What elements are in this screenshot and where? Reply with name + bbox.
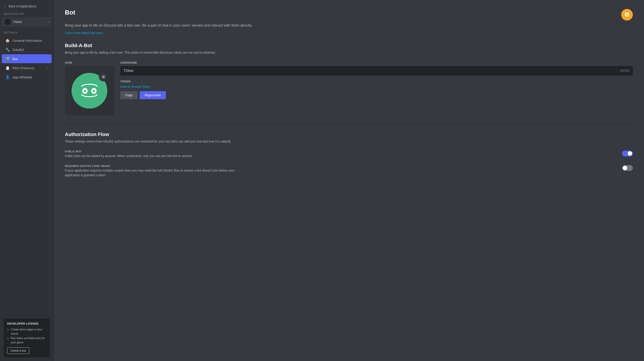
home-icon: 🏠 [5, 38, 10, 43]
page-subtitle: Bring your app to life on Discord with a… [65, 23, 266, 28]
build-a-bot-row: ICON ⊕ USERN [65, 61, 633, 115]
toggle-knob [623, 166, 627, 170]
oauth2-label: REQUIRES OAUTH2 CODE GRANT [65, 165, 248, 167]
sidebar-item-label: OAuth2 [12, 48, 24, 52]
list-icon: 📋 [5, 66, 10, 70]
public-bot-desc: Public bots can be added by anyone. When… [65, 154, 193, 158]
svg-point-1 [84, 90, 86, 92]
public-bot-label-block: PUBLIC BOT Public bots can be added by a… [65, 150, 193, 158]
selected-app-label: SELECTED APP [0, 12, 54, 17]
learn-more-link[interactable]: Learn more about bot users [65, 31, 103, 35]
settings-label: SETTINGS [0, 31, 54, 36]
toggle-knob [628, 151, 632, 156]
sidebar-item-label: App Whitelist [12, 75, 32, 79]
app-avatar [4, 19, 11, 25]
sidebar-item-label: Bot [12, 57, 18, 61]
back-to-applications-link[interactable]: ← Back to Applications [0, 4, 54, 12]
app-selector[interactable]: TGbot ▾ [2, 17, 52, 27]
icon-label: ICON [65, 61, 114, 64]
build-a-bot-desc: Bring your app to life by adding a bot u… [65, 50, 633, 55]
chevron-right-icon: › [47, 66, 48, 69]
wrench-icon: 🔧 [5, 47, 10, 52]
developer-license-title: DEVELOPER LICENSE [7, 322, 46, 325]
page-title: Bot [65, 9, 75, 16]
upload-icon-overlay[interactable]: ⊕ [99, 72, 108, 81]
public-bot-label: PUBLIC BOT [65, 150, 193, 153]
token-reveal-link[interactable]: Click to Reveal Token [120, 85, 633, 88]
main-content: Bot Bring your app to life on Discord wi… [54, 0, 644, 361]
authorization-flow-section: Authorization Flow These settings contro… [65, 132, 633, 178]
sidebar-item-rich-presence[interactable]: 📋 Rich Presence › [2, 63, 52, 72]
section-divider [65, 124, 633, 124]
oauth2-slider [622, 165, 633, 171]
bot-icon-upload[interactable]: ⊕ [65, 66, 114, 115]
svg-point-0 [76, 78, 102, 104]
token-buttons: Copy Regenerate [120, 91, 633, 99]
username-input[interactable] [120, 66, 616, 75]
chevron-down-icon: ▾ [48, 20, 49, 23]
oauth2-code-grant-row: REQUIRES OAUTH2 CODE GRANT If your appli… [65, 165, 633, 178]
sidebar-item-oauth2[interactable]: 🔧 OAuth2 [2, 45, 52, 54]
discord-brand-icon [621, 9, 633, 20]
sidebar-item-label: Rich Presence [12, 66, 34, 70]
upload-icon: ⊕ [102, 74, 105, 79]
app-name: TGbot [13, 20, 46, 24]
bot-face-svg [76, 77, 103, 104]
auth-flow-title: Authorization Flow [65, 132, 633, 137]
person-icon: 👤 [5, 75, 10, 79]
puzzle-icon: 🧩 [5, 56, 10, 61]
username-label: USERNAME [120, 61, 633, 64]
oauth2-label-block: REQUIRES OAUTH2 CODE GRANT If your appli… [65, 165, 248, 178]
svg-point-2 [93, 90, 95, 92]
copy-button[interactable]: Copy [120, 91, 138, 99]
settings-nav: 🏠 General Information 🔧 OAuth2 🧩 Bot 📋 R… [0, 36, 54, 82]
sidebar-item-general[interactable]: 🏠 General Information [2, 36, 52, 45]
back-link-label: Back to Applications [8, 4, 36, 8]
sidebar: ← Back to Applications SELECTED APP TGbo… [0, 0, 54, 361]
developer-license-card: DEVELOPER LICENSE Create store pages in … [4, 318, 50, 358]
username-token-panel: USERNAME #8092 TOKEN Click to Reveal Tok… [120, 61, 633, 99]
auth-flow-desc: These settings control how OAuth2 author… [65, 139, 633, 144]
list-item: Create store pages in your server [11, 328, 46, 336]
public-bot-row: PUBLIC BOT Public bots can be added by a… [65, 150, 633, 158]
page-header: Bot [65, 9, 633, 20]
back-arrow-icon: ← [4, 4, 7, 8]
sidebar-spacer [0, 82, 54, 315]
regenerate-button[interactable]: Regenerate [140, 91, 166, 99]
oauth2-desc: If your application requires multiple sc… [65, 168, 248, 178]
token-label: TOKEN [120, 80, 633, 83]
discord-logo-svg [624, 12, 630, 17]
sidebar-item-label: General Information [12, 39, 42, 42]
sidebar-item-bot[interactable]: 🧩 Bot [2, 54, 52, 63]
discriminator: #8092 [616, 66, 633, 75]
developer-license-list: Create store pages in your server Run Al… [7, 328, 46, 345]
build-a-bot-title: Build-A-Bot [65, 43, 633, 48]
oauth2-code-grant-toggle[interactable] [622, 165, 633, 171]
public-bot-slider [622, 151, 633, 156]
check-it-out-button[interactable]: Check it out [7, 347, 29, 354]
list-item: Run Alpha and Beta tests for your game [11, 336, 46, 345]
sidebar-item-app-whitelist[interactable]: 👤 App Whitelist [2, 73, 52, 81]
public-bot-toggle[interactable] [622, 151, 633, 156]
username-field-row: #8092 [120, 66, 633, 75]
